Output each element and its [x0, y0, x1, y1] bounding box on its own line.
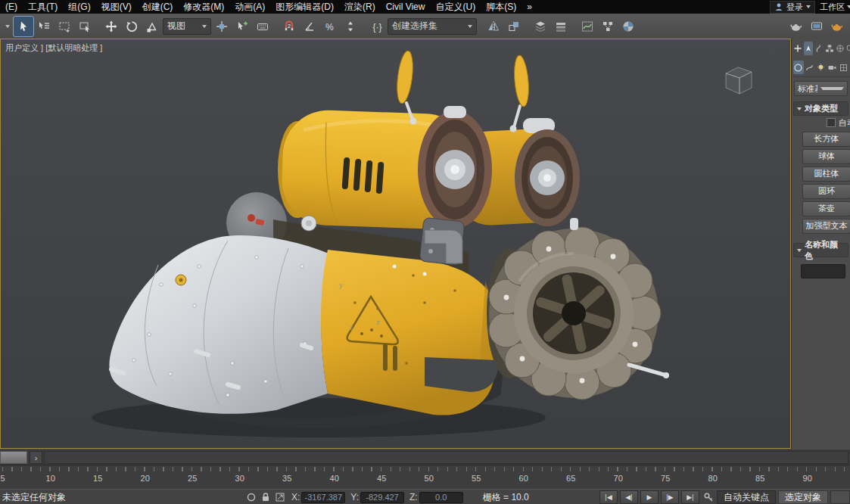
- keyboard-override-toggle[interactable]: [253, 17, 272, 36]
- layer-manager-button[interactable]: [551, 17, 571, 36]
- use-pivot-center-button[interactable]: [212, 17, 232, 36]
- select-by-name-button[interactable]: [34, 17, 54, 36]
- rendered-frame-window-button[interactable]: [807, 17, 827, 36]
- window-crossing-toggle[interactable]: [75, 17, 95, 36]
- select-by-name-icon: [37, 20, 51, 33]
- category-shapes[interactable]: [805, 61, 815, 74]
- render-setup-button[interactable]: [786, 17, 806, 36]
- percent-snap-toggle[interactable]: %: [320, 17, 340, 36]
- geometry-icon: [793, 63, 803, 73]
- menu-item[interactable]: 动画(A): [229, 0, 270, 14]
- y-coordinate-field[interactable]: -829.427: [360, 492, 404, 503]
- menu-item[interactable]: 修改器(M): [178, 0, 229, 14]
- key-filters-button[interactable]: [830, 490, 850, 504]
- ruler-label: 45: [377, 474, 386, 483]
- ruler-label: 35: [282, 474, 291, 483]
- selection-lock-toggle[interactable]: [259, 491, 272, 503]
- primitive-category-dropdown[interactable]: 标准基本体: [794, 81, 848, 96]
- go-to-start-button[interactable]: |◀: [599, 490, 618, 504]
- login-label: 登录: [786, 2, 803, 13]
- edit-named-selection-sets-button[interactable]: {·}: [367, 17, 387, 36]
- render-production-button[interactable]: [827, 17, 847, 36]
- curve-editor-button[interactable]: [578, 17, 597, 36]
- select-object-button[interactable]: [14, 17, 33, 36]
- mirror-button[interactable]: [484, 17, 503, 36]
- tab-create[interactable]: [804, 42, 813, 55]
- menu-item[interactable]: (E): [0, 0, 23, 14]
- auto-key-button[interactable]: 自动关键点: [717, 490, 776, 504]
- play-button[interactable]: ▶: [640, 490, 659, 504]
- login-button[interactable]: 登录: [770, 1, 815, 14]
- schematic-view-button[interactable]: [598, 17, 618, 36]
- category-geometry[interactable]: [793, 61, 804, 74]
- named-selection-set-combo[interactable]: 创建选择集: [388, 18, 477, 35]
- autogrid-checkbox[interactable]: [827, 118, 836, 127]
- track-bar-expand-button[interactable]: ›: [30, 451, 42, 464]
- menu-item[interactable]: Civil View: [381, 0, 431, 14]
- menu-item[interactable]: 组(G): [63, 0, 95, 14]
- spinner-snap-toggle[interactable]: [341, 17, 360, 36]
- select-and-rotate-button[interactable]: [122, 17, 142, 36]
- submarine-model[interactable]: y z z: [92, 50, 669, 437]
- viewport-label[interactable]: 用户定义 ] [默认明暗处理 ]: [5, 42, 102, 54]
- view-cube[interactable]: [718, 62, 758, 101]
- absolute-mode-toggle[interactable]: [273, 491, 286, 503]
- object-type-button[interactable]: 球体: [802, 149, 850, 164]
- viewport[interactable]: 用户定义 ] [默认明暗处理 ]: [0, 39, 791, 449]
- rollout-object-type[interactable]: 对象类型: [793, 101, 848, 116]
- menu-item[interactable]: 工具(T): [23, 0, 63, 14]
- rollout-name-color[interactable]: 名称和颜色: [793, 243, 848, 257]
- time-slider-handle[interactable]: [0, 451, 27, 464]
- z-coordinate-field[interactable]: 0.0: [419, 492, 463, 503]
- tab-modify[interactable]: [814, 42, 824, 55]
- reference-coordinate-dropdown[interactable]: 视图: [163, 18, 211, 35]
- menu-item[interactable]: 视图(V): [96, 0, 137, 14]
- align-dropdown[interactable]: [504, 17, 524, 36]
- viewport-canvas[interactable]: y z z: [1, 39, 790, 446]
- tab-motion[interactable]: [836, 42, 845, 55]
- menu-item[interactable]: 图形编辑器(D): [270, 0, 339, 14]
- object-name-input[interactable]: [801, 264, 845, 278]
- menu-item[interactable]: 自定义(U): [430, 0, 481, 14]
- workspace-dropdown[interactable]: 工作区: [820, 2, 850, 13]
- snap-toggle-2d[interactable]: 2: [279, 17, 299, 36]
- object-type-button[interactable]: 茶壶: [802, 201, 850, 216]
- tab-hierarchy[interactable]: [825, 42, 834, 55]
- command-panel: 标准基本体 对象类型 自动栅格 长方体球体圆柱体圆环茶壶加强型文本 名称和颜色: [791, 39, 850, 449]
- next-frame-button[interactable]: |▶: [661, 490, 679, 504]
- menu-item[interactable]: 创建(C): [137, 0, 179, 14]
- selection-region-dropdown[interactable]: [54, 17, 74, 36]
- ruler-label: 80: [708, 474, 718, 483]
- toggle-scene-explorer-button[interactable]: [531, 17, 550, 36]
- select-and-move-button[interactable]: [101, 17, 121, 36]
- material-editor-button[interactable]: [618, 17, 638, 36]
- y-coordinate-label: Y:: [350, 492, 359, 502]
- rollout-arrow-icon: [797, 249, 802, 252]
- selected-filter-dropdown[interactable]: 选定对象: [778, 490, 828, 504]
- category-cameras[interactable]: [827, 61, 837, 74]
- category-helpers[interactable]: [838, 61, 848, 74]
- chevron-down-icon: [806, 5, 811, 8]
- angle-snap-toggle[interactable]: [300, 17, 319, 36]
- menu-item[interactable]: 脚本(S): [481, 0, 522, 14]
- isolate-selection-toggle[interactable]: [244, 491, 257, 503]
- track-bar-area[interactable]: [44, 451, 848, 464]
- add-panel-button[interactable]: [793, 42, 802, 55]
- select-and-scale-button[interactable]: [142, 17, 162, 36]
- previous-frame-button[interactable]: ◀|: [620, 490, 638, 504]
- x-coordinate-field[interactable]: -3167.387: [301, 492, 345, 503]
- menu-item[interactable]: 渲染(R): [339, 0, 381, 14]
- key-mode-toggle[interactable]: [702, 491, 715, 503]
- category-lights[interactable]: [816, 61, 827, 74]
- object-type-button[interactable]: 加强型文本: [802, 219, 850, 234]
- tab-display[interactable]: [846, 42, 850, 55]
- go-to-end-button[interactable]: ▶|: [681, 490, 699, 504]
- rollout-arrow-icon: [797, 107, 802, 110]
- timeline-ruler[interactable]: 51015202530354045505560657075808590: [0, 465, 850, 490]
- object-type-button[interactable]: 长方体: [802, 132, 850, 147]
- select-and-manipulate-button[interactable]: [232, 17, 252, 36]
- toolbar-overflow-dropdown[interactable]: [2, 18, 13, 35]
- menu-item[interactable]: »: [522, 0, 537, 14]
- object-type-button[interactable]: 圆环: [802, 184, 850, 199]
- object-type-button[interactable]: 圆柱体: [802, 166, 850, 182]
